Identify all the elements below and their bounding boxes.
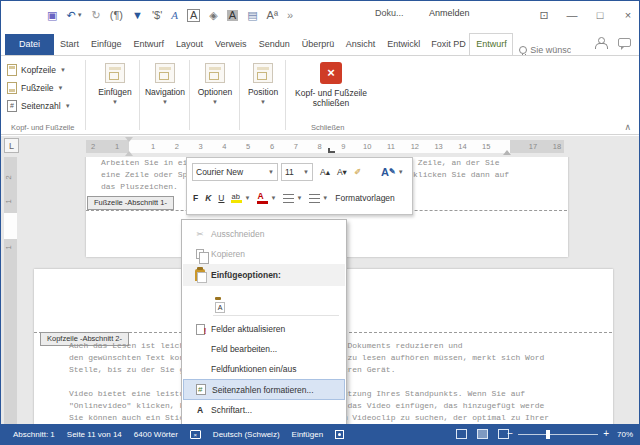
bold-button[interactable]: F	[193, 194, 198, 203]
menu-item-feldfunktionen-ein-aus[interactable]: Feldfunktionen ein/aus	[183, 359, 345, 379]
character-border-icon[interactable]: A	[187, 9, 200, 22]
currency-icon[interactable]: '$'	[152, 10, 162, 21]
chevron-down-icon: ▼	[77, 12, 83, 18]
minimize-button[interactable]: —	[565, 9, 579, 21]
italic-button[interactable]: K	[205, 194, 211, 203]
horizontal-ruler[interactable]: 211234567891011121314151718	[86, 140, 564, 153]
status-word-count[interactable]: 6400 Wörter	[134, 430, 178, 439]
chevron-down-icon[interactable]: ▼	[296, 195, 302, 201]
first-line-indent-marker[interactable]	[125, 137, 133, 146]
zoom-percent[interactable]: 70%	[617, 430, 633, 439]
clipboard-icon	[189, 269, 211, 281]
menu-item-schriftart[interactable]: ASchriftart...	[183, 400, 345, 420]
tab-start[interactable]: Start	[54, 34, 85, 55]
header-footer-group: Kopfzeile▼Fußzeile▼Seitenzahl▼	[7, 61, 71, 115]
ribbon-display-options-button[interactable]: ⊡	[537, 9, 551, 22]
font-color-button[interactable]: A	[257, 192, 268, 204]
share-person-icon[interactable]	[595, 37, 607, 49]
shrink-font-button[interactable]: A▾	[337, 168, 347, 177]
ribbon-button-optionen[interactable]: Optionen▼	[191, 61, 239, 105]
chevron-down-icon[interactable]: ▼	[244, 195, 250, 201]
numbering-button[interactable]	[309, 194, 320, 203]
font-name-combobox[interactable]: Courier New▼	[192, 163, 278, 181]
ruler-number: 2	[91, 142, 95, 151]
save-icon[interactable]: ▣	[47, 10, 57, 21]
menu-item-einfügeoptionen[interactable]: Einfügeoptionen:	[183, 264, 345, 286]
undo-icon[interactable]: ↶▼	[66, 10, 82, 21]
hanging-indent-marker[interactable]	[125, 147, 133, 156]
shading-icon[interactable]: ◈	[209, 10, 217, 21]
zoom-control: − + 70%	[507, 429, 633, 439]
ribbon-button-navigation[interactable]: Navigation▼	[141, 61, 189, 105]
ribbon-button-position[interactable]: Position▼	[239, 61, 287, 105]
format-painter-icon[interactable]: ✐	[354, 168, 361, 177]
text-effects-button[interactable]: A✎▼	[381, 167, 404, 178]
ribbon-button-einfügen[interactable]: Einfügen▼	[91, 61, 139, 105]
tab-file[interactable]: Datei	[5, 34, 54, 55]
tell-me-box[interactable]: Sie wünsc	[519, 45, 571, 55]
chevron-down-icon: ▼	[65, 103, 71, 109]
font-size-combobox[interactable]: 11▼	[281, 163, 313, 181]
mini-toolbar: Courier New▼ 11▼ A▴ A▾ ✐ A✎▼ F K U ab ▼ …	[186, 157, 413, 215]
tab-sendun[interactable]: Sendun	[253, 34, 296, 55]
tab-selector-button[interactable]: L	[4, 138, 19, 153]
character-shading-icon[interactable]: A	[227, 10, 238, 21]
ribbon-button-icon	[155, 63, 175, 83]
tab-entwickl[interactable]: Entwickl	[381, 34, 425, 55]
read-mode-button[interactable]	[456, 429, 467, 439]
italic-a-icon[interactable]: A	[171, 10, 178, 21]
move-down-icon[interactable]: ▼	[132, 10, 143, 21]
qat-overflow-icon[interactable]: »	[287, 10, 293, 21]
proofing-status-icon[interactable]: ×	[190, 430, 201, 439]
ribbon-button-seitenzahl[interactable]: Seitenzahl▼	[7, 97, 71, 115]
tab-ansicht[interactable]: Ansicht	[340, 34, 382, 55]
maximize-button[interactable]: □	[593, 9, 607, 21]
grow-font-button[interactable]: A▴	[320, 168, 330, 177]
menu-item-feld-bearbeiten[interactable]: Feld bearbeiten...	[183, 339, 345, 359]
status-insert-mode[interactable]: Einfügen	[292, 430, 324, 439]
close-button[interactable]: ×	[621, 9, 635, 21]
zoom-in-button[interactable]: +	[603, 429, 609, 439]
tab-einfüge[interactable]: Einfüge	[85, 34, 128, 55]
change-case-icon[interactable]: Aª	[267, 10, 278, 21]
status-language[interactable]: Deutsch (Schweiz)	[213, 430, 280, 439]
ruler-number: 1	[115, 142, 119, 151]
ribbon-button-kopfzeile[interactable]: Kopfzeile▼	[7, 61, 71, 79]
menu-item-felder-aktualisieren[interactable]: Felder aktualisieren	[183, 319, 345, 339]
print-layout-button[interactable]	[477, 429, 488, 439]
zoom-slider[interactable]	[518, 434, 598, 435]
formatting-marks-icon[interactable]: (¶)	[110, 10, 123, 21]
tab-foxit pd[interactable]: Foxit PD	[425, 34, 469, 55]
status-page-count[interactable]: Seite 11 von 14	[67, 430, 122, 439]
tab-layout[interactable]: Layout	[170, 34, 209, 55]
tab-überprü[interactable]: Überprü	[296, 34, 340, 55]
right-indent-marker[interactable]	[503, 146, 511, 155]
tab-entwurf[interactable]: Entwurf	[128, 34, 171, 55]
comments-icon[interactable]	[618, 38, 631, 47]
tab-header-footer-design[interactable]: Entwurf	[469, 33, 513, 55]
ribbon-button-label: Fußzeile	[21, 83, 54, 93]
macro-record-icon[interactable]	[335, 430, 344, 439]
menu-separator	[213, 315, 339, 316]
center-tab-stop-marker[interactable]	[328, 148, 335, 153]
styles-button[interactable]: Formatvorlagen	[335, 194, 395, 203]
clipboard-icon	[195, 269, 205, 281]
bullets-button[interactable]	[283, 194, 294, 203]
zoom-out-button[interactable]: −	[507, 429, 513, 439]
close-header-footer-button[interactable]: × Kopf- und Fußzeile schließen	[289, 61, 373, 108]
redo-icon[interactable]: ↻	[92, 10, 101, 21]
chevron-down-icon[interactable]: ▼	[270, 195, 276, 201]
chevron-down-icon[interactable]: ▼	[322, 195, 328, 201]
collapse-ribbon-icon[interactable]: ∧	[624, 122, 631, 132]
highlight-color-button[interactable]: ab	[231, 193, 242, 204]
zoom-slider-thumb[interactable]	[546, 430, 550, 439]
table-icon[interactable]: ▤	[247, 10, 257, 21]
sign-in-link[interactable]: Anmelden	[429, 8, 470, 18]
underline-button[interactable]: U	[218, 194, 224, 203]
tab-verweis[interactable]: Verweis	[209, 34, 253, 55]
vertical-ruler[interactable]: 211	[4, 157, 17, 426]
menu-item-kopieren: Kopieren	[183, 244, 345, 264]
status-section[interactable]: Abschnitt: 1	[13, 430, 55, 439]
menu-item-seitenzahlen-formatieren[interactable]: Seitenzahlen formatieren...	[183, 379, 345, 400]
ribbon-button-fußzeile[interactable]: Fußzeile▼	[7, 79, 71, 97]
